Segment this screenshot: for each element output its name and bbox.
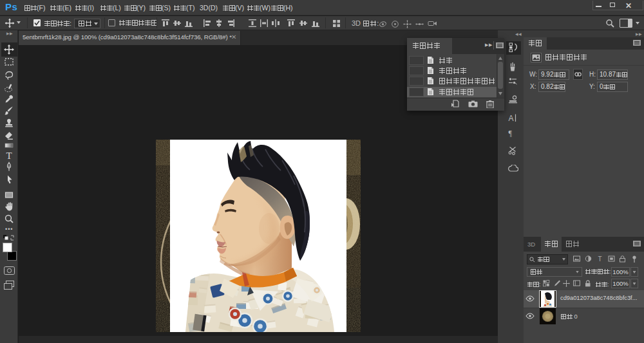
svg-text:¶: ¶ xyxy=(509,129,513,138)
svg-text:A: A xyxy=(509,114,514,123)
svg-text:T: T xyxy=(598,255,602,262)
svg-text:T: T xyxy=(6,151,12,161)
